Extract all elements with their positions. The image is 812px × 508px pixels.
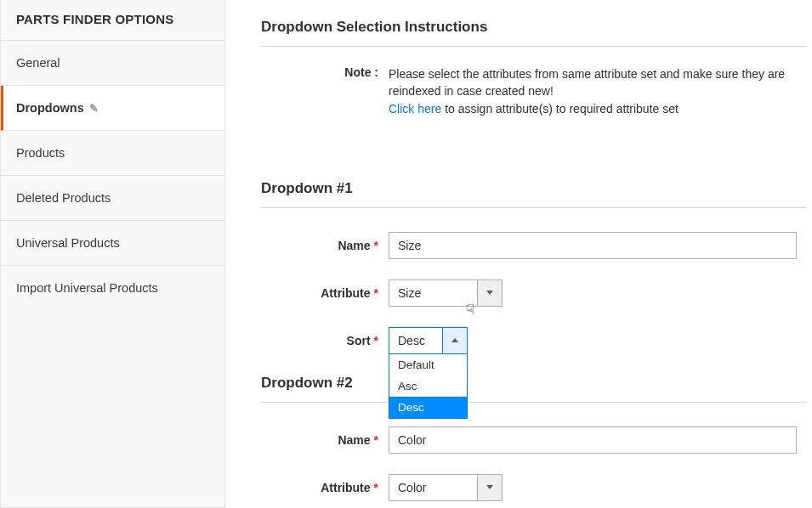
sort-select[interactable]: Desc Default Asc Desc [389, 327, 468, 354]
sidebar: PARTS FINDER OPTIONS General Dropdowns✎ … [0, 0, 225, 508]
field-label: Name* [261, 239, 389, 252]
section-heading: Dropdown Selection Instructions [261, 17, 807, 47]
field-label: Attribute* [261, 286, 389, 300]
name-input[interactable] [389, 232, 797, 259]
tab-products[interactable]: Products [1, 131, 224, 176]
field-attribute: Attribute* Size [261, 279, 807, 307]
note-link-tail: to assign attribute(s) to required attri… [441, 102, 679, 116]
select-toggle-button[interactable] [477, 474, 503, 501]
tab-dropdowns[interactable]: Dropdowns✎ [1, 86, 224, 131]
label-text: Name [338, 433, 370, 447]
attribute-select[interactable]: Color [389, 474, 503, 501]
required-icon: * [374, 334, 378, 347]
label-text: Attribute [321, 481, 370, 494]
tab-import-universal-products[interactable]: Import Universal Products [1, 266, 224, 310]
required-icon: * [374, 286, 378, 300]
dropdown-2: Dropdown #2 Name* Attribute* Color Sort* [261, 375, 807, 508]
required-icon: * [374, 433, 378, 447]
tab-general[interactable]: General [1, 41, 224, 86]
select-toggle-button[interactable] [477, 279, 503, 307]
note-text: Please select the attributes from same a… [389, 65, 807, 100]
field-control [389, 426, 807, 454]
sidebar-title: PARTS FINDER OPTIONS [1, 0, 224, 41]
sort-option-desc[interactable]: Desc [389, 397, 467, 418]
field-label: Name* [261, 433, 389, 447]
tab-label: Universal Products [16, 236, 120, 250]
tab-label: Import Universal Products [16, 281, 158, 295]
field-name: Name* [261, 426, 807, 454]
field-control: Desc Default Asc Desc [389, 327, 807, 354]
note-row: Note : Please select the attributes from… [261, 65, 807, 117]
section-heading: Dropdown #1 [261, 180, 807, 208]
sort-options-list: Default Asc Desc [389, 354, 468, 419]
select-value: Size [389, 279, 477, 307]
required-icon: * [374, 239, 378, 252]
select-toggle-button[interactable] [442, 327, 468, 354]
field-name: Name* [261, 232, 807, 259]
note-link-line: Click here to assign attribute(s) to req… [389, 100, 807, 117]
main-content: Dropdown Selection Instructions Note : P… [225, 0, 812, 508]
field-control: Size [389, 279, 807, 307]
select-value: Desc [389, 327, 442, 354]
select-value: Color [389, 474, 477, 501]
note-content: Please select the attributes from same a… [389, 65, 807, 117]
note-label: Note : [261, 65, 389, 79]
attribute-select[interactable]: Size [389, 279, 503, 307]
label-text: Sort [347, 334, 371, 347]
sidebar-tabs: General Dropdowns✎ Products Deleted Prod… [1, 41, 224, 310]
field-attribute: Attribute* Color [261, 474, 807, 501]
dropdown-1: Dropdown #1 Name* Attribute* Size Sort* [261, 180, 807, 354]
label-text: Attribute [321, 286, 370, 300]
tab-label: Dropdowns [16, 101, 84, 115]
field-sort: Sort* Desc Default Asc Desc [261, 327, 807, 354]
sort-option-default[interactable]: Default [389, 354, 467, 375]
field-label: Attribute* [261, 481, 389, 494]
tab-universal-products[interactable]: Universal Products [1, 221, 224, 266]
chevron-down-icon [486, 291, 493, 295]
chevron-down-icon [486, 485, 493, 489]
assign-attributes-link[interactable]: Click here [389, 102, 441, 116]
field-control [389, 232, 807, 259]
required-icon: * [374, 481, 378, 494]
section-heading: Dropdown #2 [261, 375, 807, 403]
name-input[interactable] [389, 426, 797, 454]
tab-label: Products [16, 146, 65, 160]
sort-option-asc[interactable]: Asc [389, 375, 467, 397]
tab-label: General [16, 56, 60, 70]
edit-icon: ✎ [89, 102, 99, 115]
field-control: Color [389, 474, 807, 501]
field-label: Sort* [261, 334, 389, 347]
tab-label: Deleted Products [16, 191, 111, 205]
label-text: Name [338, 239, 370, 252]
chevron-up-icon [451, 338, 458, 342]
tab-deleted-products[interactable]: Deleted Products [1, 176, 224, 221]
section-instructions: Dropdown Selection Instructions Note : P… [261, 17, 807, 117]
